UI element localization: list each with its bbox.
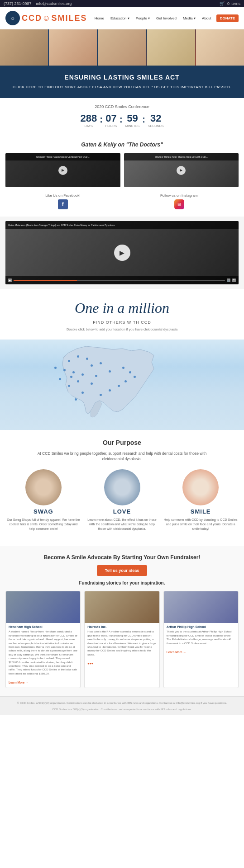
story-content-2: Haircuts Inc. How cute is this? A mother… [85,623,159,669]
play-button-2[interactable]: ▶ [177,166,186,175]
map-dot [68,385,70,387]
large-video[interactable]: Gaten Matarazzo (Dustin from Stranger Th… [5,221,239,284]
swag-description: Our Swag Shops full of trendy apparel. W… [6,518,81,531]
large-video-title: Gaten Matarazzo (Dustin from Stranger Th… [8,224,115,226]
facebook-label: Like Us on Facebook! [45,193,80,198]
colon-1: : [100,115,103,124]
purpose-card-love: LOVE Learn more about CCD, the effect it… [85,469,159,531]
story-title-3: Arthur Phillip High School [167,625,235,628]
one-million-description: Double click below to add your location … [5,327,239,332]
fundraiser-button[interactable]: Tell us your ideas [97,565,147,576]
large-video-bar: Gaten Matarazzo (Dustin from Stranger Th… [5,221,239,229]
play-button-1[interactable]: ▶ [58,166,67,175]
map-dot [77,355,79,358]
purpose-description: At CCD Smiles we bring people together, … [27,451,217,462]
video-thumb-1[interactable]: Stranger Things: Gaten Opens Up About Ho… [5,153,120,187]
love-description: Learn more about CCD, the effect it has … [85,518,159,531]
one-million-section: One in a million FIND OTHERS WITH CCD Do… [0,289,244,340]
colon-2: : [120,115,123,124]
map-dot [68,360,70,362]
countdown-section: 2020 CCD Smiles Conference 288 DAYS : 07… [0,98,244,134]
vid-progress-fill [14,280,77,281]
smile-description: Help someone with CCD by donating to CCD… [163,518,238,531]
story-text-1: A student named Randy from Hendham condu… [9,630,77,675]
ensuring-section[interactable]: ENSURING LASTING SMILES ACT CLICK HERE T… [0,66,244,98]
top-bar: (737) 231-0987 info@ccdsmiles.org 🛒 0 it… [0,0,244,7]
timer-minutes: 59 MINUTES [125,113,140,127]
map-dot [81,373,84,376]
days-value: 288 [80,113,97,123]
phone-number: (737) 231-0987 [4,1,32,6]
ensuring-title: ENSURING LASTING SMILES ACT [9,74,235,81]
nav-donate-button[interactable]: DONATE [216,14,239,22]
vid-play-ctrl[interactable]: ▶ [8,278,12,282]
conference-title: 2020 CCD Smiles Conference [5,104,239,109]
love-title: LOVE [113,508,131,515]
hero-image-2 [49,29,97,66]
nav-education[interactable]: Education ▾ [109,15,131,21]
dropdown-icon: ▾ [128,16,129,20]
logo-text: CCD☺SMILES [22,14,87,23]
story-link-3[interactable]: Learn More → [167,651,186,654]
swag-title: SWAG [33,508,53,515]
map-dot [100,362,102,364]
nav-people[interactable]: People ▾ [134,15,151,21]
nav-get-involved[interactable]: Get Involved [155,15,178,21]
map-dot [72,371,75,373]
story-link-1[interactable]: Learn More → [9,681,28,684]
story-text-2: How cute is this? A mother started a lem… [87,630,156,656]
dropdown-icon-3: ▾ [194,16,196,20]
hours-label: HOURS [105,124,117,127]
instagram-icon[interactable]: ⊞ [174,199,184,209]
map-dot [75,398,77,401]
footer-disclaimer: © CCD Smiles, a 501(c)(3) organization. … [5,701,239,705]
map-continent [50,344,195,421]
nav-about[interactable]: About [201,15,213,21]
vid-fullscreen-ctrl[interactable]: ⛶ [232,278,236,282]
colon-3: : [142,115,145,124]
instagram-label: Follow us on Instagram! [160,193,199,198]
large-video-inner: ▶ [5,221,239,284]
large-play-button[interactable]: ▶ [114,245,130,261]
hero-image-3 [98,29,146,66]
nav-home[interactable]: Home [93,15,105,21]
map-dot [81,392,84,394]
timer-hours: 07 HOURS [105,113,117,127]
swag-image [25,469,62,505]
vid-volume-ctrl[interactable]: 🔊 [227,278,230,282]
story-hearts-2: ♥♥♥ [87,662,93,665]
fundraiser-section: Become A Smile Advocate By Starting Your… [0,546,244,696]
map-dot [118,385,120,387]
map-dot [122,367,124,369]
map-dot [63,369,66,371]
ensuring-subtitle: CLICK HERE TO FIND OUT MORE ABOUT ELSA A… [9,85,235,90]
map-dot [95,375,97,377]
vid-progress-bar[interactable] [14,280,225,281]
map-dot [59,378,61,380]
story-text-3: Thank you to the students at Arthur Phil… [167,630,235,645]
logo[interactable]: ☺ CCD☺SMILES [5,11,87,25]
facebook-icon[interactable]: f [58,199,68,209]
map-section[interactable] [0,340,244,430]
logo-smiles: SMILES [51,14,87,23]
nav-media[interactable]: Media ▾ [182,15,197,21]
story-title-1: Hendham High School [9,625,77,628]
map-dot [109,370,111,373]
logo-icon: ☺ [5,11,20,25]
map-dot [91,364,93,367]
purpose-card-swag: SWAG Our Swag Shops full of trendy appar… [6,469,81,531]
story-card-1: Hendham High School A student named Rand… [5,591,81,688]
purpose-title: Our Purpose [6,439,238,446]
facebook-item: Like Us on Facebook! f [45,193,80,209]
instagram-item: Follow us on Instagram! ⊞ [160,193,199,209]
continent-path [62,346,154,414]
minutes-value: 59 [127,113,138,123]
cart-count: 0 items [227,1,240,6]
video-thumb-2[interactable]: Stranger Things: Actor Shares About Life… [124,153,239,187]
cart-info[interactable]: 🛒 0 items [220,1,240,6]
large-video-controls: ▶ 🔊 ⛶ [5,276,239,284]
story-card-3: Arthur Phillip High School Thank you to … [163,591,239,688]
fundraiser-title: Become A Smile Advocate By Starting Your… [5,554,239,561]
story-image-1 [6,591,80,623]
days-label: DAYS [85,124,93,127]
